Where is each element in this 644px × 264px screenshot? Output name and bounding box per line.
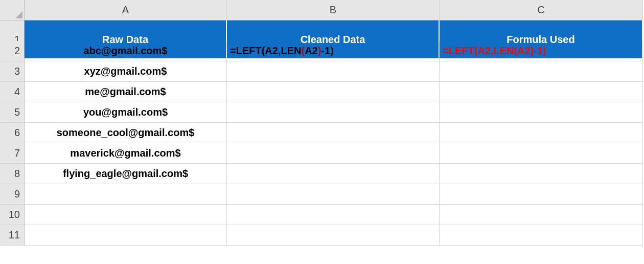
cell-C5[interactable] xyxy=(440,102,643,123)
cell-B6[interactable] xyxy=(227,123,440,143)
svg-marker-0 xyxy=(15,11,22,18)
cell-A10[interactable] xyxy=(25,205,227,225)
cell-C7[interactable] xyxy=(440,143,643,164)
cell-B10[interactable] xyxy=(227,205,440,225)
formula-paren: ( xyxy=(301,45,305,57)
cell-C8[interactable] xyxy=(440,164,643,184)
cell-C9[interactable] xyxy=(440,184,643,205)
row-header-7[interactable]: 7 xyxy=(0,143,25,164)
formula-part: =LEFT(A2,LEN xyxy=(230,45,301,57)
cell-A5[interactable]: you@gmail.com$ xyxy=(25,102,227,123)
row-header-4[interactable]: 4 xyxy=(0,82,25,102)
cell-C10[interactable] xyxy=(440,205,643,225)
cell-A6[interactable]: someone_cool@gmail.com$ xyxy=(25,123,227,143)
cell-A4[interactable]: me@gmail.com$ xyxy=(25,82,227,102)
cell-C11[interactable] xyxy=(440,225,643,246)
row-header-11[interactable]: 11 xyxy=(0,225,25,246)
cell-C4[interactable] xyxy=(440,82,643,102)
row-header-10[interactable]: 10 xyxy=(0,205,25,225)
col-header-A[interactable]: A xyxy=(25,0,227,20)
cell-A3[interactable]: xyz@gmail.com$ xyxy=(25,61,227,82)
cell-A8[interactable]: flying_eagle@gmail.com$ xyxy=(25,164,227,184)
row-header-6[interactable]: 6 xyxy=(0,123,25,143)
row-header-2[interactable]: 2 xyxy=(0,41,25,61)
cell-B2[interactable]: =LEFT(A2,LEN(A2)-1) xyxy=(227,41,440,61)
formula-part: -1) xyxy=(321,45,333,57)
row-header-3[interactable]: 3 xyxy=(0,61,25,82)
cell-C2[interactable]: =LEFT(A2,LEN(A2)-1) xyxy=(440,41,643,61)
select-all-icon xyxy=(15,11,22,18)
formula-paren: ) xyxy=(318,45,321,57)
row-header-8[interactable]: 8 xyxy=(0,164,25,184)
cell-A11[interactable] xyxy=(25,225,227,246)
cell-A7[interactable]: maverick@gmail.com$ xyxy=(25,143,227,164)
cell-B5[interactable] xyxy=(227,102,440,123)
cell-C6[interactable] xyxy=(440,123,643,143)
cell-C3[interactable] xyxy=(440,61,643,82)
cell-A9[interactable] xyxy=(25,184,227,205)
col-header-C[interactable]: C xyxy=(440,0,643,20)
formula-part: A2 xyxy=(305,45,318,57)
cell-A2[interactable]: abc@gmail.com$ xyxy=(25,41,227,61)
cell-B11[interactable] xyxy=(227,225,440,246)
cell-B8[interactable] xyxy=(227,164,440,184)
cell-B4[interactable] xyxy=(227,82,440,102)
cell-B3[interactable] xyxy=(227,61,440,82)
spreadsheet-grid: A B C 1 Raw Data Cleaned Data Formula Us… xyxy=(0,0,644,246)
select-all-corner[interactable] xyxy=(0,0,25,20)
cell-B9[interactable] xyxy=(227,184,440,205)
cell-B7[interactable] xyxy=(227,143,440,164)
row-header-9[interactable]: 9 xyxy=(0,184,25,205)
col-header-B[interactable]: B xyxy=(227,0,440,20)
row-header-5[interactable]: 5 xyxy=(0,102,25,123)
